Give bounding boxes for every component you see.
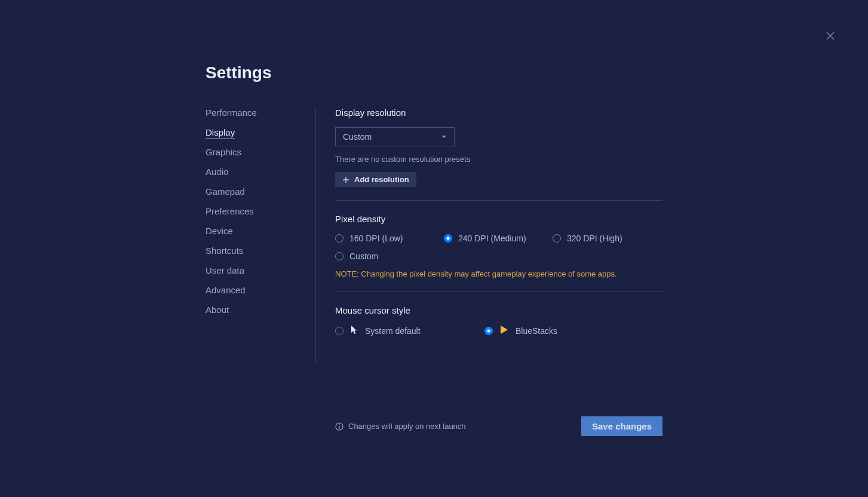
density-label-160: 160 DPI (Low) bbox=[349, 234, 403, 243]
radio-icon bbox=[444, 234, 452, 243]
radio-icon bbox=[553, 234, 561, 243]
pixel-density-title: Pixel density bbox=[335, 214, 662, 224]
sidebar-item-audio[interactable]: Audio bbox=[206, 167, 315, 177]
sidebar-item-graphics[interactable]: Graphics bbox=[206, 147, 315, 157]
close-button[interactable] bbox=[824, 30, 836, 42]
svg-point-1 bbox=[339, 424, 340, 425]
footer-note-text: Changes will apply on next launch bbox=[348, 422, 466, 431]
display-resolution-title: Display resolution bbox=[335, 108, 662, 118]
add-resolution-label: Add resolution bbox=[354, 175, 409, 184]
density-option-240[interactable]: 240 DPI (Medium) bbox=[444, 234, 553, 243]
cursor-bluestacks-icon bbox=[500, 325, 508, 337]
svg-rect-2 bbox=[339, 426, 339, 429]
radio-icon bbox=[484, 327, 493, 335]
sidebar: Performance Display Graphics Audio Gamep… bbox=[206, 108, 316, 363]
chevron-down-icon bbox=[441, 131, 447, 142]
save-changes-button[interactable]: Save changes bbox=[581, 416, 662, 436]
resolution-help-text: There are no custom resolution presets bbox=[335, 155, 662, 164]
sidebar-item-user-data[interactable]: User data bbox=[206, 265, 315, 275]
density-label-custom: Custom bbox=[349, 251, 378, 261]
info-icon bbox=[335, 422, 343, 431]
add-resolution-button[interactable]: Add resolution bbox=[335, 172, 416, 187]
sidebar-item-performance[interactable]: Performance bbox=[206, 108, 315, 118]
sidebar-item-shortcuts[interactable]: Shortcuts bbox=[206, 246, 315, 256]
pixel-density-section: Pixel density 160 DPI (Low) 240 DPI (Med… bbox=[335, 214, 662, 292]
display-resolution-section: Display resolution Custom There are no c… bbox=[335, 108, 662, 201]
page-title: Settings bbox=[206, 63, 868, 82]
resolution-select[interactable]: Custom bbox=[335, 127, 455, 146]
sidebar-item-gamepad[interactable]: Gamepad bbox=[206, 186, 315, 197]
sidebar-item-display[interactable]: Display bbox=[206, 127, 315, 137]
sidebar-item-preferences[interactable]: Preferences bbox=[206, 206, 315, 216]
sidebar-item-about[interactable]: About bbox=[206, 305, 315, 315]
close-icon bbox=[824, 30, 836, 42]
cursor-label-bluestacks: BlueStacks bbox=[516, 326, 557, 336]
cursor-default-icon bbox=[351, 325, 358, 337]
density-note: NOTE: Changing the pixel density may aff… bbox=[335, 269, 662, 278]
cursor-label-system-default: System default bbox=[365, 326, 421, 336]
sidebar-item-advanced[interactable]: Advanced bbox=[206, 285, 315, 295]
density-option-320[interactable]: 320 DPI (High) bbox=[553, 234, 622, 243]
cursor-option-bluestacks[interactable]: BlueStacks bbox=[484, 325, 557, 337]
cursor-option-system-default[interactable]: System default bbox=[335, 325, 484, 337]
density-option-custom[interactable]: Custom bbox=[335, 251, 444, 261]
radio-icon bbox=[335, 327, 343, 335]
radio-icon bbox=[335, 252, 343, 260]
mouse-cursor-title: Mouse cursor style bbox=[335, 305, 662, 315]
density-option-160[interactable]: 160 DPI (Low) bbox=[335, 234, 444, 243]
density-label-240: 240 DPI (Medium) bbox=[458, 234, 526, 243]
sidebar-item-device[interactable]: Device bbox=[206, 226, 315, 236]
resolution-select-value: Custom bbox=[343, 132, 372, 142]
footer-note: Changes will apply on next launch bbox=[335, 422, 466, 431]
density-label-320: 320 DPI (High) bbox=[567, 234, 622, 243]
mouse-cursor-section: Mouse cursor style System default bbox=[335, 305, 662, 350]
plus-icon bbox=[342, 176, 349, 183]
radio-icon bbox=[335, 234, 343, 243]
